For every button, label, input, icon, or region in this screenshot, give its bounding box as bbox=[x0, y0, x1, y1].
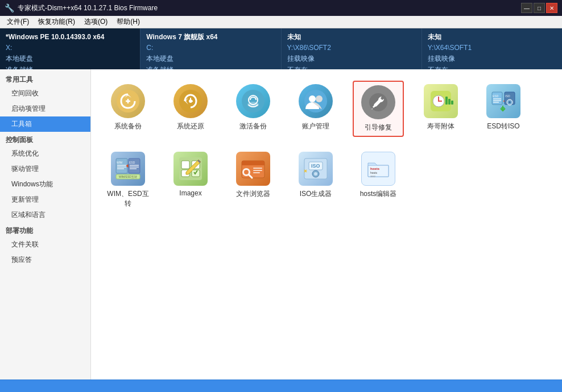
maximize-button[interactable]: □ bbox=[534, 3, 545, 13]
info-col-3-title: 未知 bbox=[428, 32, 556, 43]
menubar: 文件(F) 恢复功能(R) 选项(O) 帮助(H) bbox=[0, 16, 562, 28]
svg-rect-32 bbox=[130, 165, 139, 166]
svg-rect-13 bbox=[445, 97, 448, 105]
close-button[interactable]: ✕ bbox=[546, 3, 557, 13]
filebrowser-icon bbox=[236, 152, 270, 186]
info-col-3-line3: 挂载映像 bbox=[428, 53, 556, 64]
tool-filebrowser[interactable]: 文件浏览器 bbox=[228, 148, 279, 212]
imagex-label: Imagex bbox=[179, 189, 201, 197]
hosts-label: hosts编辑器 bbox=[360, 189, 397, 199]
svg-rect-15 bbox=[451, 101, 453, 105]
tool-esd[interactable]: ESD ISO ESD转ISO bbox=[478, 81, 529, 137]
svg-text:ISO: ISO bbox=[311, 163, 320, 169]
sidebar-item-fileassoc[interactable]: 文件关联 bbox=[0, 237, 90, 252]
sidebar-item-unattend[interactable]: 预应答 bbox=[0, 252, 90, 268]
hosts-icon: hosts hosts 3882 bbox=[361, 152, 395, 186]
isogen-icon: ISO bbox=[299, 152, 333, 186]
info-col-2-line2: Y:\X86\SOFT2 bbox=[287, 43, 416, 53]
tool-account[interactable]: 账户管理 bbox=[290, 81, 341, 137]
tool-imagex[interactable]: Imagex bbox=[165, 148, 216, 212]
svg-rect-48 bbox=[253, 170, 262, 171]
wim-label: WIM、ESD互转 bbox=[106, 189, 150, 208]
sidebar-item-space[interactable]: 空间回收 bbox=[0, 86, 90, 101]
sidebar-item-winfeat[interactable]: Windows功能 bbox=[0, 177, 90, 192]
menu-options[interactable]: 选项(O) bbox=[80, 16, 112, 28]
info-col-0[interactable]: *Windows PE 10.0.14393.0 x64 X: 本地硬盘 准备就… bbox=[0, 28, 140, 69]
group-control-panel: 控制面板 bbox=[0, 132, 90, 146]
svg-rect-34 bbox=[130, 168, 137, 169]
brother-label: 寿哥附体 bbox=[427, 122, 454, 131]
svg-text:ISO: ISO bbox=[505, 94, 510, 98]
sidebar: 常用工具 空间回收 启动项管理 工具箱 控制面板 系统优化 驱动管理 Windo… bbox=[0, 69, 91, 380]
svg-point-8 bbox=[316, 95, 323, 102]
svg-rect-14 bbox=[448, 99, 451, 105]
svg-rect-47 bbox=[253, 168, 262, 169]
svg-rect-29 bbox=[117, 168, 124, 169]
svg-rect-28 bbox=[117, 166, 126, 168]
menu-recovery[interactable]: 恢复功能(R) bbox=[34, 16, 80, 28]
sidebar-item-sysopt[interactable]: 系统优化 bbox=[0, 146, 90, 161]
sidebar-item-drivermgr[interactable]: 驱动管理 bbox=[0, 161, 90, 177]
svg-point-24 bbox=[509, 101, 511, 103]
svg-text:hosts: hosts bbox=[370, 171, 377, 174]
menu-help[interactable]: 帮助(H) bbox=[112, 16, 144, 28]
svg-rect-20 bbox=[493, 102, 499, 103]
info-col-2-line3: 挂载映像 bbox=[287, 53, 416, 64]
statusbar bbox=[0, 380, 562, 392]
svg-rect-44 bbox=[242, 163, 265, 165]
svg-rect-33 bbox=[130, 166, 139, 168]
tool-backup[interactable]: 系统备份 bbox=[102, 81, 154, 137]
tool-restore[interactable]: 系统还原 bbox=[165, 81, 216, 137]
app-icon: 🔧 bbox=[5, 3, 14, 12]
tool-boot[interactable]: 引导修复 bbox=[353, 81, 404, 137]
titlebar: 🔧 专家模式-Dism++x64 10.1.27.1 Bios Firmware… bbox=[0, 0, 562, 16]
tool-isogen[interactable]: ISO ISO生成器 bbox=[290, 148, 341, 212]
svg-point-54 bbox=[314, 172, 317, 176]
app-title: 专家模式-Dism++x64 10.1.27.1 Bios Firmware bbox=[18, 3, 158, 13]
sidebar-item-locale[interactable]: 区域和语言 bbox=[0, 207, 90, 223]
info-col-1-title: Windows 7 旗舰版 x64 bbox=[146, 32, 275, 43]
sidebar-item-bootmgr[interactable]: 启动项管理 bbox=[0, 101, 90, 116]
title-area: 🔧 专家模式-Dism++x64 10.1.27.1 Bios Firmware bbox=[5, 3, 158, 13]
brother-icon bbox=[424, 84, 458, 118]
esd-icon: ESD ISO bbox=[486, 84, 520, 118]
tool-brother[interactable]: 寿哥附体 bbox=[415, 81, 466, 137]
tool-grid: 系统备份 系统还原 bbox=[102, 81, 551, 212]
svg-rect-27 bbox=[117, 165, 126, 166]
svg-text:3882: 3882 bbox=[370, 175, 376, 178]
info-col-3-line2: Y:\X64\SOFT1 bbox=[428, 43, 556, 53]
svg-rect-19 bbox=[493, 100, 501, 101]
svg-point-3 bbox=[242, 90, 265, 112]
wim-icon: WIM ESD WIM/ESD互转 bbox=[111, 152, 145, 186]
sidebar-item-toolbox[interactable]: 工具箱 bbox=[0, 116, 90, 132]
svg-point-46 bbox=[244, 170, 249, 174]
tool-hosts[interactable]: hosts hosts 3882 hosts编辑器 bbox=[353, 148, 404, 212]
svg-text:ESD: ESD bbox=[129, 161, 135, 164]
info-col-2[interactable]: 未知 Y:\X86\SOFT2 挂载映像 不存在 bbox=[282, 28, 422, 69]
imagex-icon bbox=[173, 152, 208, 186]
isogen-label: ISO生成器 bbox=[300, 189, 332, 199]
esd-label: ESD转ISO bbox=[487, 122, 519, 131]
minimize-button[interactable]: — bbox=[521, 3, 532, 13]
sidebar-item-updatemgr[interactable]: 更新管理 bbox=[0, 192, 90, 207]
restore-label: 系统还原 bbox=[177, 122, 204, 131]
menu-file[interactable]: 文件(F) bbox=[2, 16, 34, 28]
info-col-1-line2: C: bbox=[146, 43, 275, 53]
info-col-0-line3: 本地硬盘 bbox=[6, 53, 134, 64]
backup-icon bbox=[111, 84, 145, 118]
svg-point-7 bbox=[309, 95, 316, 102]
info-col-1[interactable]: Windows 7 旗舰版 x64 C: 本地硬盘 准备就绪 bbox=[140, 28, 281, 69]
content-area: 系统备份 系统还原 bbox=[91, 69, 562, 380]
activate-icon bbox=[236, 84, 270, 118]
account-icon bbox=[299, 84, 333, 118]
tool-wim[interactable]: WIM ESD WIM/ESD互转 bbox=[102, 148, 154, 212]
restore-icon bbox=[173, 84, 208, 118]
account-label: 账户管理 bbox=[302, 122, 329, 131]
info-col-1-line3: 本地硬盘 bbox=[146, 53, 275, 64]
tool-activate[interactable]: 激活备份 bbox=[228, 81, 279, 137]
info-col-3[interactable]: 未知 Y:\X64\SOFT1 挂载映像 不存在 bbox=[422, 28, 562, 69]
svg-text:hosts: hosts bbox=[370, 167, 380, 170]
info-col-0-title: *Windows PE 10.0.14393.0 x64 bbox=[6, 32, 134, 43]
svg-rect-49 bbox=[253, 172, 260, 173]
group-common-tools: 常用工具 bbox=[0, 72, 90, 86]
